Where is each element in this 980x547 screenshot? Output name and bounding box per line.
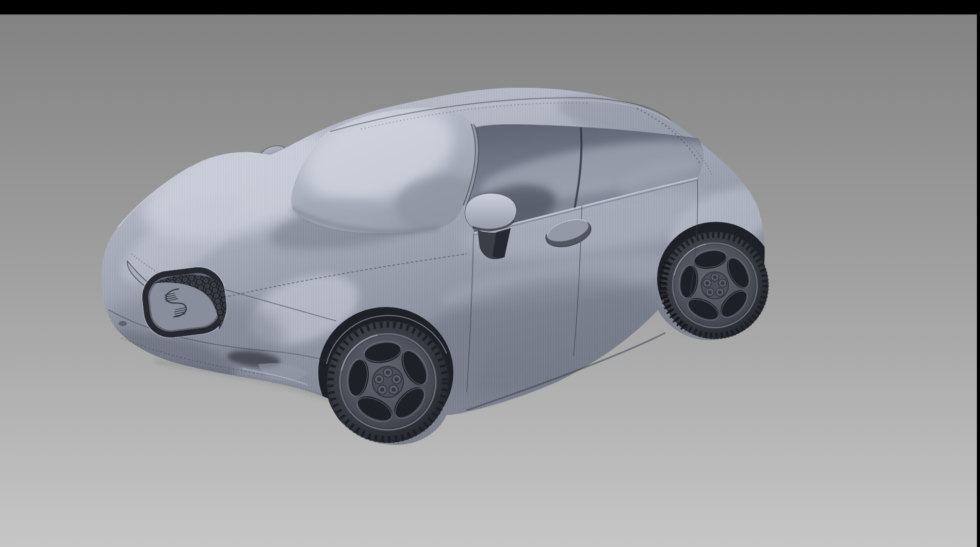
render-window	[0, 0, 980, 547]
rear-wheel	[661, 232, 769, 339]
right-letterbox-bar	[977, 0, 980, 547]
render-canvas	[0, 0, 980, 547]
front-wheel	[327, 321, 449, 443]
front-grille	[139, 264, 230, 341]
top-letterbox-bar	[0, 0, 980, 14]
side-marker	[119, 321, 127, 326]
